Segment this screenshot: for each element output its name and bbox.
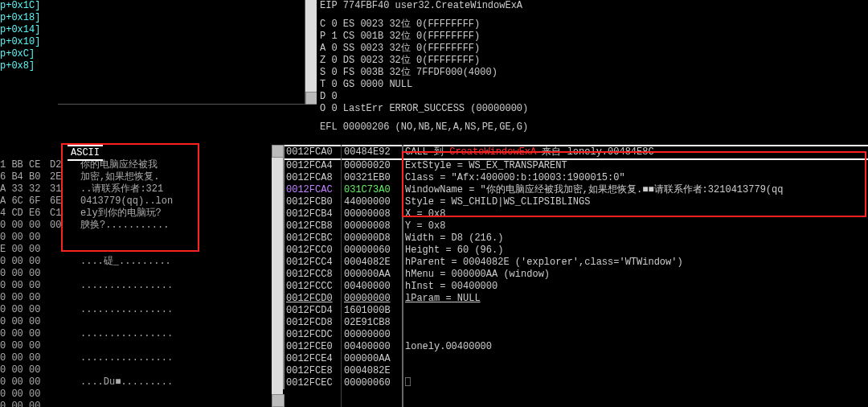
hex-row[interactable]: 0 00 00 xyxy=(0,316,283,328)
ascii-text: ................ xyxy=(71,304,173,316)
hex-row[interactable]: 0 00 00 xyxy=(0,388,283,401)
flag-line: Z 0 DS 0023 32位 0(FFFFFFFF) xyxy=(320,55,868,67)
ascii-text: ....Du■......... xyxy=(71,376,173,388)
hex-row[interactable]: 0 00 00 xyxy=(0,232,283,244)
column-separator xyxy=(402,145,403,407)
registers-pane: EIP 774FBF40 user32.CreateWindowExA C 0 … xyxy=(317,0,868,134)
stack-row[interactable]: 0012FCE4000000AA xyxy=(285,353,868,365)
stack-row[interactable]: 0012FCD41601000B xyxy=(285,305,868,317)
ascii-text: ................ xyxy=(71,328,173,340)
ascii-text: 腴换?........... xyxy=(71,220,169,232)
ascii-text: ....碮_......... xyxy=(71,256,171,268)
hex-dump-pane[interactable]: 1 BB CED2你的电脑应经被我6 B4 B02E加密,如果想恢复.A 33 … xyxy=(0,145,283,407)
hex-row[interactable]: 0 00 00................ xyxy=(0,401,283,407)
stack-row[interactable]: 0012FCBC000000D8Width = D8 (216.) xyxy=(285,232,868,245)
scrollbar-hex[interactable] xyxy=(272,145,283,407)
stack-row[interactable]: 0012FCC40004082EhParent = 0004082E ('exp… xyxy=(285,257,868,269)
flag-line: T 0 GS 0000 NULL xyxy=(320,79,868,91)
disasm-pane xyxy=(58,0,305,105)
offset-line: p+0x8] xyxy=(0,60,58,72)
ascii-text: ................ xyxy=(71,352,173,364)
stack-row[interactable]: 0012FCAC031C73A0WindowName = "你的电脑应经被我加密… xyxy=(285,184,868,196)
flag-line: A 0 SS 0023 32位 0(FFFFFFFF) xyxy=(320,43,868,55)
ascii-text: ely到你的电脑玩? xyxy=(71,208,162,220)
hex-row[interactable]: A 6C 6F6E0413779(qq)..lon xyxy=(0,195,283,208)
offset-line: p+0x1C] xyxy=(0,0,58,12)
stack-row[interactable]: 0012FCE000400000lonely.00400000 xyxy=(285,341,868,353)
offset-line: p+0x10] xyxy=(0,36,58,48)
ascii-text xyxy=(71,340,80,352)
flag-line: P 1 CS 001B 32位 0(FFFFFFFF) xyxy=(320,31,868,43)
flag-line: O 0 LastErr ERROR_SUCCESS (00000000) xyxy=(320,103,868,115)
offset-line: p+0xC] xyxy=(0,48,58,60)
ascii-column-header: ASCII xyxy=(68,145,103,161)
efl-line: EFL 00000206 (NO,NB,NE,A,NS,PE,GE,G) xyxy=(320,121,868,134)
hex-row[interactable]: 0 00 00 xyxy=(0,268,283,280)
stack-row[interactable]: 0012FCE80004082E xyxy=(285,365,868,377)
flag-line: D 0 xyxy=(320,91,868,103)
ascii-text: ................ xyxy=(71,280,173,292)
hex-row[interactable]: 1 BB CED2你的电脑应经被我 xyxy=(0,159,283,171)
hex-row[interactable]: 0 00 00................ xyxy=(0,352,283,364)
offset-line: p+0x14] xyxy=(0,24,58,36)
hex-row[interactable]: 0 00 0000腴换?........... xyxy=(0,220,283,232)
hex-row[interactable]: 0 00 00 xyxy=(0,364,283,376)
stack-row[interactable]: 0012FCA800321EB0Class = "Afx:400000:b:10… xyxy=(285,172,868,184)
ascii-text xyxy=(71,364,80,376)
stack-row[interactable]: 0012FCB044000000Style = WS_CHILD|WS_CLIP… xyxy=(285,196,868,208)
stack-row[interactable]: 0012FCA400000020ExtStyle = WS_EX_TRANSPA… xyxy=(285,160,868,172)
column-separator xyxy=(341,145,342,407)
flag-line: C 0 ES 0023 32位 0(FFFFFFFF) xyxy=(320,18,868,31)
eip-line: EIP 774FBF40 user32.CreateWindowExA xyxy=(320,0,868,12)
ascii-text xyxy=(71,232,80,244)
ascii-text xyxy=(71,268,80,280)
api-name: CreateWindowExA xyxy=(449,146,536,158)
ascii-text: 0413779(qq)..lon xyxy=(71,195,173,208)
hex-row[interactable]: 0 00 00................ xyxy=(0,280,283,292)
ascii-text: ................ xyxy=(71,401,173,407)
stack-row[interactable]: 0012FCCC00400000hInst = 00400000 xyxy=(285,281,868,293)
ascii-text xyxy=(71,292,80,304)
stack-row[interactable]: 0012FCC8000000AAhMenu = 000000AA (window… xyxy=(285,269,868,281)
hex-row[interactable]: 0 00 00....Du■......... xyxy=(0,376,283,388)
hex-row[interactable]: 0 00 00....碮_......... xyxy=(0,256,283,268)
offsets-list: p+0x1C]p+0x18]p+0x14]p+0x10]p+0xC]p+0x8] xyxy=(0,0,58,72)
stack-pane[interactable]: 0012FCA000484E92CALL 到 CreateWindowExA 来… xyxy=(283,145,868,389)
hex-row[interactable]: E 00 00 xyxy=(0,244,283,256)
hex-row[interactable]: 0 00 00................ xyxy=(0,304,283,316)
offset-line: p+0x18] xyxy=(0,12,58,24)
hex-row[interactable]: 0 00 00 xyxy=(0,292,283,304)
ascii-text: ..请联系作者:321 xyxy=(71,183,163,195)
stack-row[interactable]: 0012FCB400000008X = 0x8 xyxy=(285,208,868,220)
hex-row[interactable]: 0 00 00 xyxy=(0,340,283,352)
hex-row[interactable]: 0 00 00................ xyxy=(0,328,283,340)
stack-row[interactable]: 0012FCD802E91CB8 xyxy=(285,317,868,329)
hex-row[interactable]: 6 B4 B02E加密,如果想恢复. xyxy=(0,171,283,183)
scrollbar-disasm[interactable] xyxy=(305,0,317,105)
ascii-text xyxy=(71,316,80,328)
stack-row[interactable]: 0012FCC000000060Height = 60 (96.) xyxy=(285,245,868,257)
stack-row[interactable]: 0012FCEC00000060 ⎕ xyxy=(285,377,868,389)
stack-row[interactable]: 0012FCD000000000lParam = NULL xyxy=(285,293,868,305)
ascii-text: 加密,如果想恢复. xyxy=(71,171,159,183)
stack-row[interactable]: 0012FCB800000008Y = 0x8 xyxy=(285,220,868,232)
hex-row[interactable]: A 33 3231..请联系作者:321 xyxy=(0,183,283,195)
ascii-text xyxy=(71,244,80,256)
ascii-text xyxy=(71,388,80,401)
hex-row[interactable]: 4 CD E6C1ely到你的电脑玩? xyxy=(0,208,283,220)
flag-line: S 0 FS 003B 32位 7FFDF000(4000) xyxy=(320,67,868,79)
stack-row[interactable]: 0012FCDC00000000 xyxy=(285,329,868,341)
ascii-text: 你的电脑应经被我 xyxy=(71,159,158,171)
stack-row[interactable]: 0012FCA000484E92CALL 到 CreateWindowExA 来… xyxy=(285,145,868,160)
